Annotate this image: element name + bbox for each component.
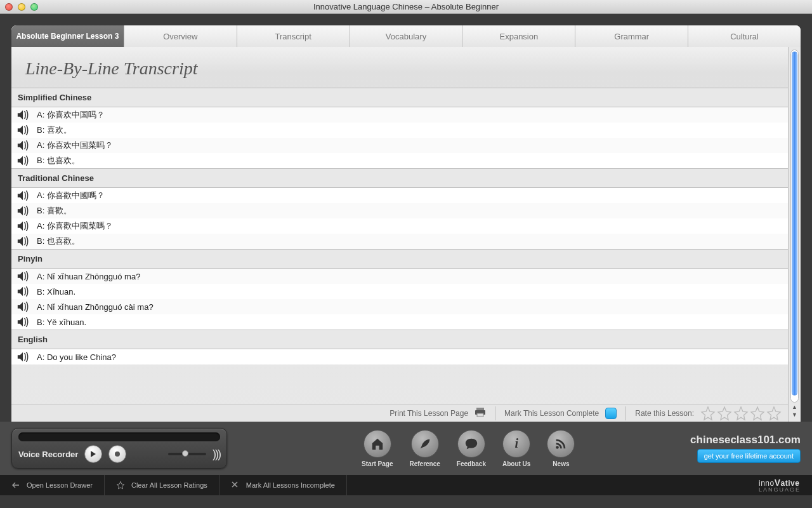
vertical-scrollbar[interactable]: ▲ ▼ bbox=[788, 47, 801, 422]
info-icon: i bbox=[502, 430, 530, 458]
play-audio-icon[interactable] bbox=[16, 140, 30, 151]
transcript-line-text: A: 你喜欢中国吗？ bbox=[37, 109, 105, 121]
window-titlebar: Innovative Language Chinese – Absolute B… bbox=[0, 0, 812, 14]
scroll-down-arrow[interactable]: ▼ bbox=[790, 411, 799, 419]
brand-subline: LANGUAGE bbox=[759, 486, 801, 493]
transcript-line: B: Yě xǐhuan. bbox=[11, 314, 788, 330]
play-audio-icon[interactable] bbox=[16, 316, 30, 328]
printer-icon[interactable] bbox=[475, 407, 486, 419]
svg-rect-2 bbox=[477, 413, 483, 417]
minimize-window-button[interactable] bbox=[18, 3, 25, 11]
nav-feedback[interactable]: Feedback bbox=[457, 430, 486, 467]
nav-label: Feedback bbox=[457, 460, 486, 467]
transcript-line-text: B: 也喜欢。 bbox=[37, 155, 80, 166]
recorder-play-button[interactable] bbox=[84, 445, 102, 463]
recorder-controls: Voice Recorder ))) bbox=[18, 445, 220, 463]
play-audio-icon[interactable] bbox=[16, 301, 30, 312]
play-audio-icon[interactable] bbox=[16, 271, 30, 282]
transcript-line: B: Xǐhuan. bbox=[11, 284, 788, 299]
print-lesson-link[interactable]: Print This Lesson Page bbox=[390, 409, 468, 418]
window-title: Innovative Language Chinese – Absolute B… bbox=[0, 2, 812, 11]
mark-complete-link[interactable]: Mark This Lesson Complete bbox=[504, 409, 599, 418]
svg-point-4 bbox=[556, 446, 560, 449]
play-audio-icon[interactable] bbox=[16, 286, 30, 297]
star-2[interactable] bbox=[717, 406, 732, 421]
clear-ratings-button[interactable]: Clear All Lesson Ratings bbox=[105, 475, 219, 495]
rate-lesson-label: Rate this Lesson: bbox=[635, 409, 694, 418]
speech-bubble-icon bbox=[457, 430, 485, 458]
transcript-line-text: B: Xǐhuan. bbox=[37, 287, 75, 297]
button-label: Open Lesson Drawer bbox=[27, 481, 93, 489]
company-brand: innoVative LANGUAGE bbox=[759, 478, 812, 493]
brand-block: chineseclass101.com get your free lifeti… bbox=[690, 434, 801, 463]
nav-news[interactable]: News bbox=[547, 430, 575, 467]
play-audio-icon[interactable] bbox=[16, 205, 30, 217]
mark-all-incomplete-button[interactable]: Mark All Lessons Incomplete bbox=[219, 475, 347, 495]
transcript-line-text: A: 你喜歡中國嗎？ bbox=[37, 190, 105, 201]
recorder-progress-bar[interactable] bbox=[18, 432, 220, 441]
transcript-line: B: 也喜欢。 bbox=[11, 153, 788, 168]
play-audio-icon[interactable] bbox=[16, 351, 30, 363]
voice-recorder-panel: Voice Recorder ))) bbox=[11, 428, 227, 469]
transcript-line-text: A: Nǐ xǐhuan Zhōngguó cài ma? bbox=[37, 302, 154, 312]
play-audio-icon[interactable] bbox=[16, 124, 30, 136]
content-area: Line-By-Line Transcript Simplified Chine… bbox=[11, 47, 801, 422]
transcript-section-header: Pinyin bbox=[11, 249, 788, 269]
star-4[interactable] bbox=[750, 406, 765, 421]
scroll-up-arrow[interactable]: ▲ bbox=[790, 404, 799, 411]
star-5[interactable] bbox=[766, 406, 782, 421]
nav-label: About Us bbox=[502, 460, 530, 467]
tab-expansion[interactable]: Expansion bbox=[462, 25, 575, 47]
tab-lesson-title[interactable]: Absolute Beginner Lesson 3 bbox=[11, 25, 124, 47]
transcript-section-header: Traditional Chinese bbox=[11, 168, 788, 188]
footer-nav: Start Page Reference Feedback i About Us… bbox=[362, 430, 575, 467]
play-audio-icon[interactable] bbox=[16, 236, 30, 247]
transcript-line: A: 你喜歡中國嗎？ bbox=[11, 188, 788, 203]
lesson-action-bar: Print This Lesson Page Mark This Lesson … bbox=[11, 404, 788, 422]
tab-cultural[interactable]: Cultural bbox=[688, 25, 801, 47]
x-icon bbox=[231, 481, 240, 490]
transcript-line-text: A: Nǐ xǐhuan Zhōngguó ma? bbox=[37, 272, 140, 281]
play-audio-icon[interactable] bbox=[16, 190, 30, 201]
recorder-volume-slider[interactable] bbox=[168, 453, 206, 455]
button-label: Mark All Lessons Incomplete bbox=[246, 481, 335, 489]
nav-reference[interactable]: Reference bbox=[409, 430, 440, 467]
scroll-thumb[interactable] bbox=[792, 51, 797, 396]
recorder-record-button[interactable] bbox=[108, 445, 126, 463]
svg-point-3 bbox=[115, 451, 120, 457]
nav-label: Start Page bbox=[362, 460, 393, 467]
app-footer-primary: Voice Recorder ))) Start Page Ref bbox=[0, 422, 812, 475]
play-audio-icon[interactable] bbox=[16, 155, 30, 166]
lesson-tabs: Absolute Beginner Lesson 3 Overview Tran… bbox=[11, 25, 801, 47]
play-audio-icon[interactable] bbox=[16, 220, 30, 232]
play-audio-icon[interactable] bbox=[16, 109, 30, 121]
zoom-window-button[interactable] bbox=[30, 3, 38, 11]
free-account-cta[interactable]: get your free lifetime account bbox=[697, 449, 801, 463]
nav-about-us[interactable]: i About Us bbox=[502, 430, 530, 467]
transcript-line: A: 你喜欢中国菜吗？ bbox=[11, 138, 788, 153]
star-1[interactable] bbox=[700, 406, 716, 421]
tab-overview[interactable]: Overview bbox=[124, 25, 237, 47]
mark-complete-checkbox[interactable] bbox=[605, 408, 617, 419]
transcript-line-text: A: Do you like China? bbox=[37, 352, 116, 362]
tab-grammar[interactable]: Grammar bbox=[575, 25, 688, 47]
close-window-button[interactable] bbox=[5, 3, 13, 11]
star-3[interactable] bbox=[733, 406, 749, 421]
page-heading: Line-By-Line Transcript bbox=[11, 47, 788, 88]
app-surface: Absolute Beginner Lesson 3 Overview Tran… bbox=[11, 25, 801, 422]
scroll-track[interactable] bbox=[790, 50, 799, 403]
nav-label: Reference bbox=[409, 460, 440, 467]
recorder-label: Voice Recorder bbox=[18, 450, 78, 459]
tab-vocabulary[interactable]: Vocabulary bbox=[350, 25, 463, 47]
tab-transcript[interactable]: Transcript bbox=[237, 25, 350, 47]
traffic-lights bbox=[0, 3, 38, 11]
button-label: Clear All Lesson Ratings bbox=[131, 481, 207, 489]
nav-start-page[interactable]: Start Page bbox=[362, 430, 393, 467]
rating-stars bbox=[700, 406, 782, 421]
rss-icon bbox=[547, 430, 575, 458]
open-lesson-drawer-button[interactable]: Open Lesson Drawer bbox=[0, 475, 105, 495]
transcript-section-header: English bbox=[11, 330, 788, 349]
transcript-body: Simplified ChineseA: 你喜欢中国吗？B: 喜欢。A: 你喜欢… bbox=[11, 88, 788, 404]
drawer-icon bbox=[11, 481, 20, 490]
star-outline-icon bbox=[116, 481, 125, 490]
